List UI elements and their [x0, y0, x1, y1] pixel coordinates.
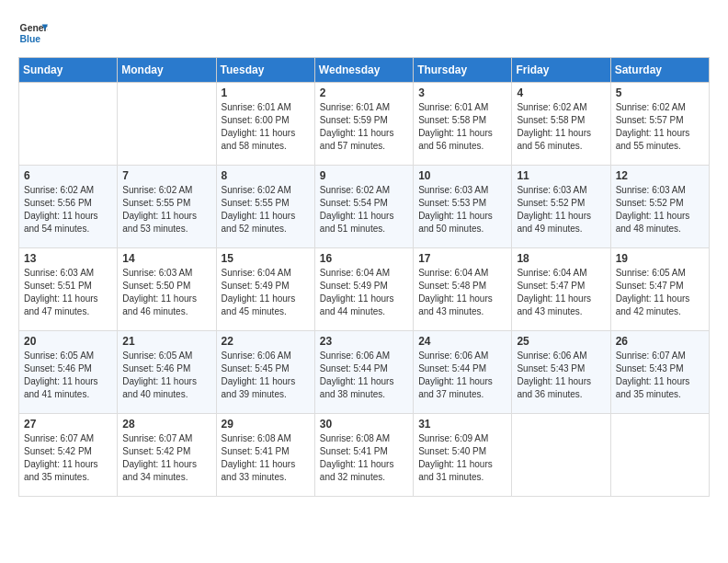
day-number: 14 — [122, 252, 210, 265]
day-number: 5 — [616, 86, 704, 99]
day-number: 31 — [418, 418, 506, 431]
day-number: 1 — [222, 86, 310, 99]
calendar-cell: 4Sunrise: 6:02 AM Sunset: 5:58 PM Daylig… — [512, 83, 610, 166]
day-info: Sunrise: 6:03 AM Sunset: 5:51 PM Dayligh… — [24, 267, 112, 318]
day-number: 9 — [320, 169, 408, 182]
calendar-cell: 10Sunrise: 6:03 AM Sunset: 5:53 PM Dayli… — [414, 166, 512, 248]
calendar-cell: 23Sunrise: 6:06 AM Sunset: 5:44 PM Dayli… — [314, 331, 413, 414]
day-info: Sunrise: 6:06 AM Sunset: 5:45 PM Dayligh… — [222, 350, 310, 401]
day-info: Sunrise: 6:01 AM Sunset: 5:58 PM Dayligh… — [418, 101, 506, 153]
calendar-cell: 24Sunrise: 6:06 AM Sunset: 5:44 PM Dayli… — [414, 331, 512, 414]
logo: General Blue — [18, 18, 48, 48]
calendar-cell — [118, 83, 216, 166]
calendar-cell: 30Sunrise: 6:08 AM Sunset: 5:41 PM Dayli… — [314, 414, 413, 497]
day-number: 17 — [418, 252, 506, 265]
day-number: 19 — [616, 252, 704, 265]
day-info: Sunrise: 6:03 AM Sunset: 5:52 PM Dayligh… — [616, 184, 704, 236]
weekday-header: Tuesday — [216, 58, 314, 83]
day-info: Sunrise: 6:05 AM Sunset: 5:47 PM Dayligh… — [616, 267, 704, 318]
calendar-header: SundayMondayTuesdayWednesdayThursdayFrid… — [19, 58, 710, 83]
calendar-cell: 14Sunrise: 6:03 AM Sunset: 5:50 PM Dayli… — [118, 248, 216, 331]
calendar-table: SundayMondayTuesdayWednesdayThursdayFrid… — [18, 57, 710, 497]
day-number: 11 — [517, 169, 605, 182]
calendar-cell: 20Sunrise: 6:05 AM Sunset: 5:46 PM Dayli… — [19, 331, 118, 414]
day-info: Sunrise: 6:02 AM Sunset: 5:57 PM Dayligh… — [616, 101, 704, 153]
calendar-cell: 16Sunrise: 6:04 AM Sunset: 5:49 PM Dayli… — [314, 248, 413, 331]
day-number: 28 — [122, 418, 210, 431]
day-number: 18 — [517, 252, 605, 265]
day-info: Sunrise: 6:05 AM Sunset: 5:46 PM Dayligh… — [24, 350, 112, 401]
calendar-cell: 13Sunrise: 6:03 AM Sunset: 5:51 PM Dayli… — [19, 248, 118, 331]
calendar-cell: 25Sunrise: 6:06 AM Sunset: 5:43 PM Dayli… — [512, 331, 610, 414]
day-info: Sunrise: 6:03 AM Sunset: 5:53 PM Dayligh… — [418, 184, 506, 236]
day-info: Sunrise: 6:02 AM Sunset: 5:54 PM Dayligh… — [320, 184, 408, 236]
day-info: Sunrise: 6:07 AM Sunset: 5:42 PM Dayligh… — [122, 432, 210, 484]
calendar-cell: 17Sunrise: 6:04 AM Sunset: 5:48 PM Dayli… — [414, 248, 512, 331]
calendar-cell: 26Sunrise: 6:07 AM Sunset: 5:43 PM Dayli… — [610, 331, 709, 414]
day-info: Sunrise: 6:05 AM Sunset: 5:46 PM Dayligh… — [122, 350, 210, 401]
calendar-cell: 6Sunrise: 6:02 AM Sunset: 5:56 PM Daylig… — [19, 166, 118, 248]
day-number: 8 — [222, 169, 310, 182]
day-info: Sunrise: 6:02 AM Sunset: 5:56 PM Dayligh… — [24, 184, 112, 236]
day-number: 23 — [320, 335, 408, 348]
day-info: Sunrise: 6:06 AM Sunset: 5:44 PM Dayligh… — [418, 350, 506, 401]
day-number: 20 — [24, 335, 112, 348]
day-number: 4 — [517, 86, 605, 99]
calendar-cell — [512, 414, 610, 497]
day-info: Sunrise: 6:02 AM Sunset: 5:55 PM Dayligh… — [122, 184, 210, 236]
day-info: Sunrise: 6:04 AM Sunset: 5:48 PM Dayligh… — [418, 267, 506, 318]
weekday-header: Wednesday — [314, 58, 413, 83]
day-number: 24 — [418, 335, 506, 348]
calendar-cell: 1Sunrise: 6:01 AM Sunset: 6:00 PM Daylig… — [216, 83, 314, 166]
day-info: Sunrise: 6:04 AM Sunset: 5:49 PM Dayligh… — [320, 267, 408, 318]
calendar-cell: 8Sunrise: 6:02 AM Sunset: 5:55 PM Daylig… — [216, 166, 314, 248]
page-header: General Blue — [18, 18, 710, 48]
weekday-header: Thursday — [414, 58, 512, 83]
calendar-cell: 28Sunrise: 6:07 AM Sunset: 5:42 PM Dayli… — [118, 414, 216, 497]
day-number: 15 — [222, 252, 310, 265]
calendar-cell: 22Sunrise: 6:06 AM Sunset: 5:45 PM Dayli… — [216, 331, 314, 414]
day-number: 3 — [418, 86, 506, 99]
day-number: 25 — [517, 335, 605, 348]
weekday-header: Friday — [512, 58, 610, 83]
svg-text:Blue: Blue — [20, 34, 41, 44]
day-number: 21 — [122, 335, 210, 348]
day-number: 6 — [24, 169, 112, 182]
day-info: Sunrise: 6:04 AM Sunset: 5:49 PM Dayligh… — [222, 267, 310, 318]
calendar-cell: 7Sunrise: 6:02 AM Sunset: 5:55 PM Daylig… — [118, 166, 216, 248]
day-number: 2 — [320, 86, 408, 99]
day-info: Sunrise: 6:07 AM Sunset: 5:42 PM Dayligh… — [24, 432, 112, 484]
weekday-header: Sunday — [19, 58, 118, 83]
calendar-cell: 21Sunrise: 6:05 AM Sunset: 5:46 PM Dayli… — [118, 331, 216, 414]
day-number: 22 — [222, 335, 310, 348]
day-info: Sunrise: 6:08 AM Sunset: 5:41 PM Dayligh… — [320, 432, 408, 484]
day-number: 26 — [616, 335, 704, 348]
day-info: Sunrise: 6:03 AM Sunset: 5:52 PM Dayligh… — [517, 184, 605, 236]
day-number: 12 — [616, 169, 704, 182]
calendar-cell: 29Sunrise: 6:08 AM Sunset: 5:41 PM Dayli… — [216, 414, 314, 497]
day-number: 29 — [222, 418, 310, 431]
day-number: 30 — [320, 418, 408, 431]
day-number: 27 — [24, 418, 112, 431]
calendar-cell: 9Sunrise: 6:02 AM Sunset: 5:54 PM Daylig… — [314, 166, 413, 248]
day-number: 7 — [122, 169, 210, 182]
calendar-cell: 5Sunrise: 6:02 AM Sunset: 5:57 PM Daylig… — [610, 83, 709, 166]
calendar-cell: 19Sunrise: 6:05 AM Sunset: 5:47 PM Dayli… — [610, 248, 709, 331]
calendar-cell: 31Sunrise: 6:09 AM Sunset: 5:40 PM Dayli… — [414, 414, 512, 497]
logo-icon: General Blue — [18, 18, 48, 48]
weekday-header: Saturday — [610, 58, 709, 83]
calendar-cell: 27Sunrise: 6:07 AM Sunset: 5:42 PM Dayli… — [19, 414, 118, 497]
day-info: Sunrise: 6:02 AM Sunset: 5:55 PM Dayligh… — [222, 184, 310, 236]
day-info: Sunrise: 6:02 AM Sunset: 5:58 PM Dayligh… — [517, 101, 605, 153]
day-info: Sunrise: 6:01 AM Sunset: 5:59 PM Dayligh… — [320, 101, 408, 153]
day-info: Sunrise: 6:07 AM Sunset: 5:43 PM Dayligh… — [616, 350, 704, 401]
calendar-cell — [19, 83, 118, 166]
day-info: Sunrise: 6:06 AM Sunset: 5:43 PM Dayligh… — [517, 350, 605, 401]
day-info: Sunrise: 6:06 AM Sunset: 5:44 PM Dayligh… — [320, 350, 408, 401]
day-info: Sunrise: 6:08 AM Sunset: 5:41 PM Dayligh… — [222, 432, 310, 484]
calendar-cell: 2Sunrise: 6:01 AM Sunset: 5:59 PM Daylig… — [314, 83, 413, 166]
weekday-header: Monday — [118, 58, 216, 83]
day-number: 16 — [320, 252, 408, 265]
day-number: 13 — [24, 252, 112, 265]
calendar-cell: 15Sunrise: 6:04 AM Sunset: 5:49 PM Dayli… — [216, 248, 314, 331]
